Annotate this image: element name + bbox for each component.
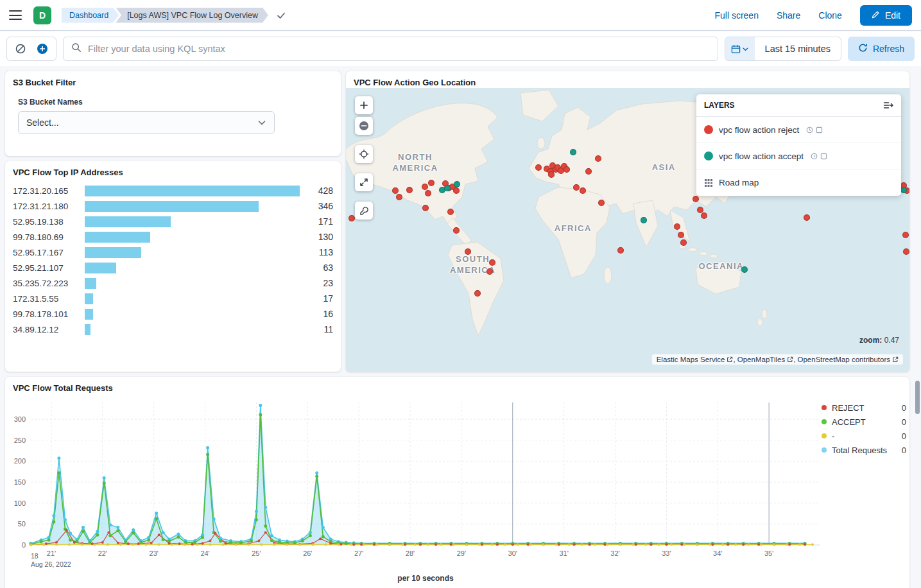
- ip-row[interactable]: 35.235.72.22323: [13, 275, 333, 291]
- legend-item[interactable]: Total Requests0: [822, 443, 906, 457]
- geo-point-accept[interactable]: [900, 187, 907, 193]
- layer-row-reject[interactable]: vpc flow action reject: [696, 117, 901, 143]
- geo-point-reject[interactable]: [804, 214, 810, 221]
- space-avatar[interactable]: D: [33, 6, 51, 24]
- time-range-value[interactable]: Last 15 minutes: [755, 44, 841, 54]
- world-map[interactable]: NORTH AMERICASOUTH AMERICAAFRICAASIAOCEA…: [346, 88, 909, 372]
- geo-point-reject[interactable]: [453, 187, 460, 194]
- refresh-button[interactable]: Refresh: [848, 37, 915, 61]
- geo-point-reject[interactable]: [573, 184, 580, 191]
- geo-point-accept[interactable]: [454, 181, 460, 187]
- legend-value: 0: [902, 431, 906, 441]
- bar[interactable]: [85, 293, 93, 304]
- ip-row[interactable]: 99.78.180.69130: [13, 229, 333, 245]
- geo-point-reject[interactable]: [535, 164, 542, 171]
- geo-point-reject[interactable]: [674, 223, 680, 230]
- kql-search-input[interactable]: [88, 44, 710, 54]
- layer-row-road-map[interactable]: Road map: [696, 169, 901, 196]
- bar[interactable]: [85, 309, 93, 320]
- attribution-link[interactable]: OpenMapTiles: [737, 356, 785, 363]
- ip-row[interactable]: 172.31.5.5517: [13, 291, 333, 306]
- svg-text:34': 34': [713, 549, 722, 557]
- bar[interactable]: [85, 232, 150, 243]
- ip-row[interactable]: 52.95.19.138171: [13, 214, 333, 229]
- ip-row[interactable]: 99.78.178.10116: [13, 306, 333, 322]
- bar[interactable]: [85, 263, 116, 273]
- clock-icon[interactable]: [811, 153, 818, 160]
- layer-label: vpc flow action accept: [719, 151, 804, 161]
- geo-point-reject[interactable]: [580, 187, 586, 194]
- filter-disabled-icon[interactable]: [10, 38, 31, 60]
- bar[interactable]: [85, 186, 300, 196]
- geo-point-reject[interactable]: [693, 196, 699, 202]
- edit-button[interactable]: Edit: [860, 5, 912, 26]
- clock-icon[interactable]: [806, 126, 813, 134]
- geo-point-reject[interactable]: [396, 194, 402, 200]
- geo-point-accept[interactable]: [570, 149, 576, 155]
- geo-point-accept[interactable]: [741, 266, 748, 273]
- geo-point-reject[interactable]: [422, 184, 428, 190]
- geo-point-reject[interactable]: [903, 248, 909, 255]
- zoom-in-button[interactable]: [355, 96, 373, 114]
- geo-point-reject[interactable]: [598, 200, 605, 206]
- geo-point-reject[interactable]: [486, 268, 493, 275]
- ip-row[interactable]: 172.31.21.180346: [13, 198, 333, 214]
- geo-point-reject[interactable]: [425, 190, 431, 196]
- bar[interactable]: [85, 247, 141, 258]
- checkbox-icon[interactable]: [820, 153, 827, 160]
- attribution-link[interactable]: Elastic Maps Service: [657, 356, 725, 363]
- geo-point-reject[interactable]: [465, 248, 471, 255]
- bar[interactable]: [85, 324, 90, 335]
- expand-button[interactable]: [355, 173, 373, 191]
- geo-point-reject[interactable]: [349, 215, 355, 221]
- ip-row[interactable]: 52.95.21.10763: [13, 260, 333, 275]
- set-view-button[interactable]: [355, 145, 373, 163]
- zoom-out-button[interactable]: [355, 117, 373, 135]
- full-screen-button[interactable]: Full screen: [714, 10, 758, 21]
- geo-point-reject[interactable]: [585, 168, 592, 175]
- geo-point-accept[interactable]: [641, 217, 647, 223]
- share-button[interactable]: Share: [777, 10, 800, 21]
- calendar-dropdown-button[interactable]: [725, 37, 755, 60]
- geo-point-reject[interactable]: [678, 232, 684, 238]
- bar[interactable]: [85, 201, 259, 212]
- geo-point-reject[interactable]: [701, 212, 707, 219]
- s3-bucket-select[interactable]: Select...: [18, 111, 275, 134]
- geo-point-reject[interactable]: [680, 239, 687, 246]
- legend-item[interactable]: REJECT0: [822, 401, 906, 415]
- geo-point-reject[interactable]: [697, 207, 703, 213]
- ip-row[interactable]: 52.95.17.167113: [13, 245, 333, 260]
- legend-item[interactable]: ACCEPT0: [822, 415, 906, 429]
- geo-point-reject[interactable]: [453, 227, 460, 234]
- geo-point-reject[interactable]: [422, 205, 429, 211]
- svg-text:35': 35': [764, 549, 773, 557]
- ip-row[interactable]: 172.31.20.165428: [13, 183, 333, 198]
- geo-point-reject[interactable]: [489, 259, 495, 266]
- geo-point-accept[interactable]: [444, 185, 451, 191]
- geo-point-reject[interactable]: [474, 290, 481, 297]
- add-filter-icon[interactable]: [31, 38, 53, 60]
- geo-point-reject[interactable]: [902, 232, 909, 238]
- geo-point-reject[interactable]: [447, 209, 454, 215]
- bar[interactable]: [85, 278, 96, 289]
- vertical-scrollbar[interactable]: [915, 381, 920, 414]
- geo-point-reject[interactable]: [564, 166, 570, 173]
- geo-point-reject[interactable]: [595, 155, 601, 162]
- geo-point-reject[interactable]: [428, 180, 435, 186]
- layer-row-accept[interactable]: vpc flow action accept: [696, 143, 901, 169]
- collapse-layers-icon[interactable]: [883, 101, 893, 110]
- breadcrumb-dashboard[interactable]: Dashboard: [62, 8, 119, 23]
- checkbox-icon[interactable]: [816, 126, 823, 134]
- clone-button[interactable]: Clone: [818, 10, 842, 21]
- geo-point-reject[interactable]: [548, 171, 555, 178]
- menu-icon[interactable]: [9, 10, 22, 20]
- attribution-link[interactable]: OpenStreetMap contributors: [798, 356, 890, 363]
- geo-point-reject[interactable]: [617, 247, 624, 254]
- geo-point-reject[interactable]: [392, 187, 399, 194]
- bar[interactable]: [85, 216, 171, 227]
- ip-row[interactable]: 34.89.12.1211: [13, 322, 333, 337]
- breadcrumb-current[interactable]: [Logs AWS] VPC Flow Log Overview: [116, 8, 268, 23]
- geo-point-reject[interactable]: [406, 187, 413, 193]
- tools-button[interactable]: [355, 202, 373, 220]
- legend-item[interactable]: -0: [822, 429, 906, 443]
